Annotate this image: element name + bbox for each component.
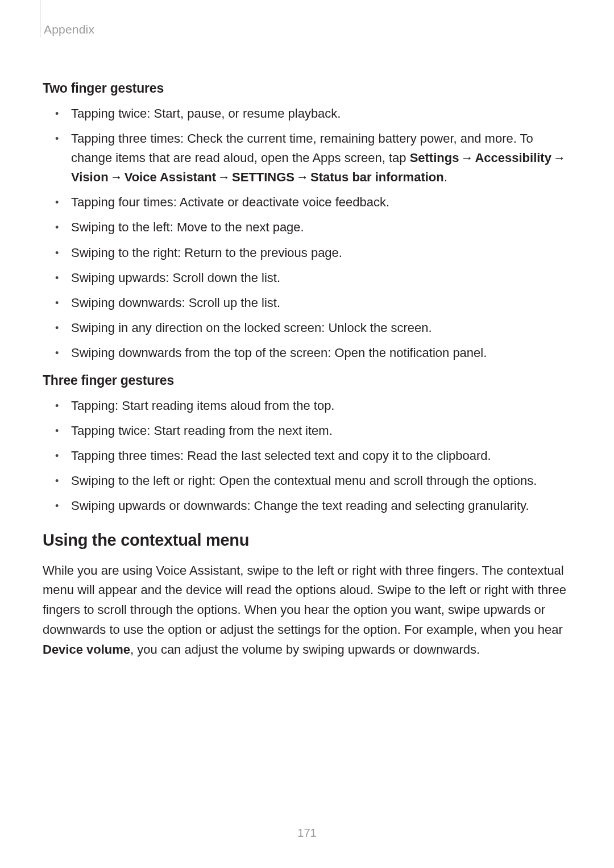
list-item-text: Swiping downwards: Scroll up the list. bbox=[71, 296, 280, 310]
path-segment: Accessibility bbox=[475, 151, 551, 165]
path-segment: Status bar information bbox=[310, 170, 444, 184]
list-item-text: Swiping to the right: Return to the prev… bbox=[71, 246, 342, 260]
page-number: 171 bbox=[0, 827, 614, 840]
contextual-menu-body: While you are using Voice Assistant, swi… bbox=[43, 561, 571, 660]
arrow-icon: → bbox=[459, 148, 475, 168]
list-item-text: Tapping three times: Read the last selec… bbox=[71, 448, 491, 463]
list-item: Swiping in any direction on the locked s… bbox=[55, 318, 571, 338]
list-item-text: Tapping twice: Start, pause, or resume p… bbox=[71, 106, 341, 121]
list-item: Tapping three times: Read the last selec… bbox=[55, 446, 571, 466]
list-item: Swiping upwards: Scroll down the list. bbox=[55, 268, 571, 288]
list-item-text: Swiping upwards or downwards: Change the… bbox=[71, 499, 529, 513]
path-segment: Settings bbox=[410, 151, 459, 165]
arrow-icon: → bbox=[109, 168, 125, 187]
list-item-text: Tapping four times: Activate or deactiva… bbox=[71, 195, 389, 209]
body-bold: Device volume bbox=[43, 642, 130, 657]
arrow-icon: → bbox=[551, 148, 567, 168]
contextual-menu-heading: Using the contextual menu bbox=[43, 531, 571, 550]
two-finger-heading: Two finger gestures bbox=[43, 81, 571, 96]
arrow-icon: → bbox=[216, 168, 232, 187]
path-segment: Vision bbox=[71, 170, 109, 184]
list-item-text: Swiping to the left: Move to the next pa… bbox=[71, 220, 304, 234]
header: Appendix bbox=[43, 23, 571, 51]
list-item-text: Swiping upwards: Scroll down the list. bbox=[71, 271, 280, 285]
list-item: Swiping upwards or downwards: Change the… bbox=[55, 496, 571, 516]
list-item: Tapping twice: Start, pause, or resume p… bbox=[55, 104, 571, 123]
list-item-text: Swiping downwards from the top of the sc… bbox=[71, 346, 487, 360]
page-container: Appendix Two finger gestures Tapping twi… bbox=[0, 0, 614, 868]
list-item: Tapping twice: Start reading from the ne… bbox=[55, 421, 571, 441]
list-item-text: Swiping to the left or right: Open the c… bbox=[71, 474, 537, 488]
list-item: Tapping: Start reading items aloud from … bbox=[55, 396, 571, 416]
body-post: , you can adjust the volume by swiping u… bbox=[130, 642, 480, 657]
list-item-text: Tapping: Start reading items aloud from … bbox=[71, 398, 334, 413]
list-item: Tapping four times: Activate or deactiva… bbox=[55, 193, 571, 212]
list-item: Swiping to the left: Move to the next pa… bbox=[55, 218, 571, 237]
list-item: Swiping downwards from the top of the sc… bbox=[55, 343, 571, 363]
list-item: Swiping to the left or right: Open the c… bbox=[55, 471, 571, 491]
list-item-text: Swiping in any direction on the locked s… bbox=[71, 321, 432, 335]
header-section-label: Appendix bbox=[43, 23, 571, 36]
three-finger-heading: Three finger gestures bbox=[43, 373, 571, 388]
list-item: Tapping three times: Check the current t… bbox=[55, 129, 571, 187]
three-finger-list: Tapping: Start reading items aloud from … bbox=[43, 396, 571, 516]
list-item: Swiping to the right: Return to the prev… bbox=[55, 243, 571, 263]
path-segment: SETTINGS bbox=[232, 170, 294, 184]
path-segment: Voice Assistant bbox=[125, 170, 216, 184]
list-item: Swiping downwards: Scroll up the list. bbox=[55, 293, 571, 313]
list-item-post: . bbox=[444, 170, 447, 184]
two-finger-list: Tapping twice: Start, pause, or resume p… bbox=[43, 104, 571, 363]
arrow-icon: → bbox=[294, 168, 310, 187]
header-rule bbox=[40, 0, 40, 38]
list-item-text: Tapping twice: Start reading from the ne… bbox=[71, 423, 333, 438]
body-pre: While you are using Voice Assistant, swi… bbox=[43, 563, 566, 637]
